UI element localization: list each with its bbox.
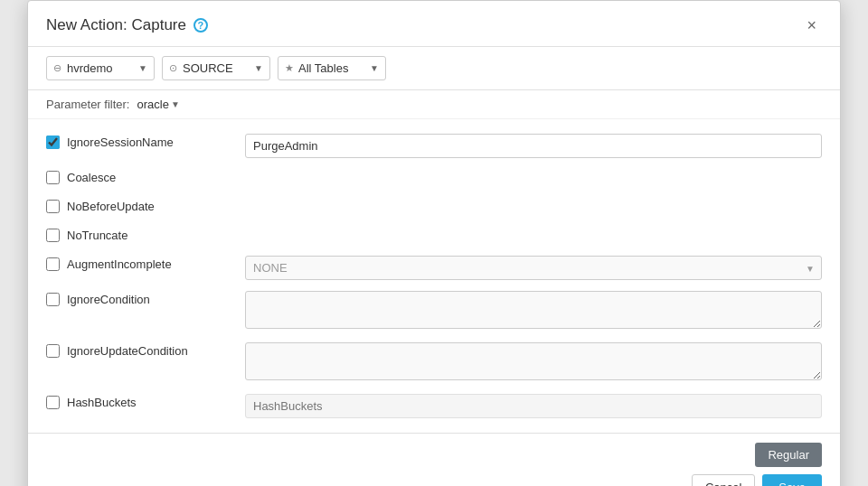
label-Coalesce: Coalesce bbox=[67, 171, 116, 184]
label-NoTruncate: NoTruncate bbox=[67, 229, 127, 242]
dialog-header: New Action: Capture ? × bbox=[28, 1, 840, 47]
dialog-title: New Action: Capture ? bbox=[46, 16, 208, 34]
label-HashBuckets: HashBuckets bbox=[67, 396, 137, 409]
param-checkbox-col-Coalesce: Coalesce bbox=[46, 169, 245, 184]
input-col-IgnoreUpdateCondition bbox=[245, 342, 822, 383]
label-IgnoreUpdateCondition: IgnoreUpdateCondition bbox=[67, 344, 188, 358]
footer-bottom: Cancel Save bbox=[46, 474, 822, 486]
param-checkbox-col-IgnoreCondition: IgnoreCondition bbox=[46, 291, 245, 306]
checkbox-AugmentIncomplete[interactable] bbox=[46, 257, 60, 271]
label-IgnoreCondition: IgnoreCondition bbox=[67, 293, 150, 306]
input-col-IgnoreCondition bbox=[245, 291, 822, 332]
select-AugmentIncomplete[interactable]: NONE bbox=[245, 256, 822, 280]
label-NoBeforeUpdate: NoBeforeUpdate bbox=[67, 200, 155, 213]
checkbox-IgnoreSessionName[interactable] bbox=[46, 136, 60, 149]
new-action-dialog: New Action: Capture ? × ⊖ hvrdemo ▼ ⊙ SO… bbox=[27, 0, 841, 486]
param-checkbox-col-NoTruncate: NoTruncate bbox=[46, 227, 245, 242]
input-col-IgnoreSessionName bbox=[245, 134, 822, 158]
source-select[interactable]: SOURCE bbox=[162, 56, 270, 80]
dialog-toolbar: ⊖ hvrdemo ▼ ⊙ SOURCE ▼ ★ All Tables ▼ bbox=[28, 47, 840, 90]
source-select-wrapper: ⊙ SOURCE ▼ bbox=[162, 56, 270, 80]
input-HashBuckets bbox=[245, 394, 822, 418]
location-select[interactable]: hvrdemo bbox=[46, 56, 155, 80]
input-col-AugmentIncomplete: NONE ▼ bbox=[245, 256, 822, 280]
save-button[interactable]: Save bbox=[762, 474, 822, 486]
filter-value: oracle bbox=[137, 98, 168, 111]
param-row-Coalesce: Coalesce bbox=[46, 164, 822, 192]
param-row-AugmentIncomplete: AugmentIncomplete NONE ▼ bbox=[46, 250, 822, 285]
param-row-IgnoreUpdateCondition: IgnoreUpdateCondition bbox=[46, 337, 822, 388]
param-row-HashBuckets: HashBuckets bbox=[46, 388, 822, 424]
dialog-body: IgnoreSessionName Coalesce NoBeforeUpdat… bbox=[28, 119, 840, 433]
param-checkbox-col-IgnoreUpdateCondition: IgnoreUpdateCondition bbox=[46, 342, 245, 358]
param-checkbox-col-IgnoreSessionName: IgnoreSessionName bbox=[46, 134, 245, 149]
param-row-NoBeforeUpdate: NoBeforeUpdate bbox=[46, 192, 822, 221]
param-checkbox-col-HashBuckets: HashBuckets bbox=[46, 394, 245, 409]
checkbox-IgnoreCondition[interactable] bbox=[46, 293, 60, 306]
filter-label: Parameter filter: bbox=[46, 98, 129, 111]
dialog-footer: Regular Cancel Save bbox=[28, 433, 840, 486]
location-select-wrapper: ⊖ hvrdemo ▼ bbox=[46, 56, 155, 80]
help-icon[interactable]: ? bbox=[193, 18, 208, 33]
checkbox-IgnoreUpdateCondition[interactable] bbox=[46, 344, 60, 358]
select-wrapper-AugmentIncomplete: NONE ▼ bbox=[245, 256, 822, 280]
filter-row: Parameter filter: oracle ▼ bbox=[28, 90, 840, 119]
checkbox-NoTruncate[interactable] bbox=[46, 229, 60, 242]
param-row-NoTruncate: NoTruncate bbox=[46, 221, 822, 250]
close-button[interactable]: × bbox=[801, 15, 822, 35]
param-row-IgnoreCondition: IgnoreCondition bbox=[46, 285, 822, 337]
label-AugmentIncomplete: AugmentIncomplete bbox=[67, 257, 172, 271]
filter-dropdown[interactable]: oracle ▼ bbox=[137, 98, 179, 111]
filter-dropdown-arrow-icon: ▼ bbox=[171, 99, 180, 109]
checkbox-HashBuckets[interactable] bbox=[46, 396, 60, 409]
checkbox-NoBeforeUpdate[interactable] bbox=[46, 200, 60, 213]
checkbox-Coalesce[interactable] bbox=[46, 171, 60, 184]
regular-button[interactable]: Regular bbox=[755, 443, 822, 467]
label-IgnoreSessionName: IgnoreSessionName bbox=[67, 136, 174, 149]
textarea-IgnoreCondition[interactable] bbox=[245, 291, 822, 329]
param-checkbox-col-AugmentIncomplete: AugmentIncomplete bbox=[46, 256, 245, 271]
param-checkbox-col-NoBeforeUpdate: NoBeforeUpdate bbox=[46, 198, 245, 213]
tables-select[interactable]: All Tables bbox=[278, 56, 386, 80]
dialog-title-text: New Action: Capture bbox=[46, 16, 186, 34]
textarea-IgnoreUpdateCondition[interactable] bbox=[245, 342, 822, 380]
input-IgnoreSessionName[interactable] bbox=[245, 134, 822, 158]
footer-top: Regular bbox=[46, 443, 822, 467]
input-col-HashBuckets bbox=[245, 394, 822, 418]
tables-select-wrapper: ★ All Tables ▼ bbox=[278, 56, 386, 80]
param-row-IgnoreSessionName: IgnoreSessionName bbox=[46, 128, 822, 164]
cancel-button[interactable]: Cancel bbox=[692, 474, 755, 486]
